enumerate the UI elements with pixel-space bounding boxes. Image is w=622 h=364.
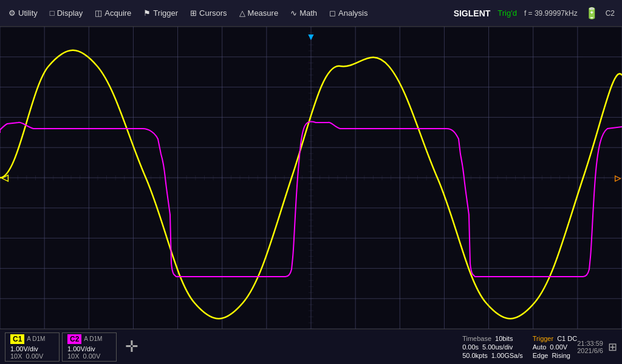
menu-display[interactable]: □ Display (44, 5, 89, 21)
menu-utility[interactable]: ⚙ Utility (2, 5, 44, 21)
trigger-mode: Auto (533, 343, 547, 351)
ch2-coupling: A D1M (84, 335, 102, 342)
ch2-offset: 0.00V (83, 352, 101, 360)
ch1-label: C1 (10, 334, 24, 344)
analysis-label: Analysis (338, 8, 367, 18)
menu-trigger[interactable]: ⚑ Trigger (137, 5, 184, 21)
menu-acquire[interactable]: ◫ Acquire (89, 5, 137, 21)
trigger-type: Edge (533, 352, 549, 359)
trigger-marker: ▼ (306, 32, 316, 42)
ch1-ground-marker: ◁ (1, 172, 9, 183)
right-status: Timebase 10bits 0.00s 5.00us/div 50.0kpt… (462, 335, 577, 359)
ch2-ground-marker: ▷ (615, 174, 621, 183)
menu-cursors[interactable]: ⊞ Cursors (184, 5, 233, 21)
cursors-label: Cursors (199, 8, 227, 18)
trigger-slope: Rising (552, 352, 570, 359)
menu-analysis[interactable]: ◻ Analysis (323, 5, 374, 21)
timebase-timediv: 5.00us/div (482, 343, 513, 351)
c2-channel-label: C2 (606, 9, 615, 18)
ch2-info-box[interactable]: C2 A D1M 1.00V/div 10X 0.00V (62, 332, 117, 362)
scope-screen: ◁ ▼ ▷ (0, 27, 622, 329)
datetime-display: 21:33:59 2021/6/6 (577, 340, 603, 354)
ch1-vdiv: 1.00V/div (10, 345, 38, 352)
menu-measure[interactable]: △ Measure (233, 5, 285, 21)
status-bar: C1 A D1M 1.00V/div 10X 0.00V C2 A D1M 1.… (0, 329, 622, 364)
trigger-icon: ⚑ (143, 8, 151, 18)
trigger-label: Trigger (153, 8, 178, 18)
measure-label: Measure (248, 8, 279, 18)
timebase-label: Timebase (462, 335, 491, 342)
display-label: Display (57, 8, 83, 18)
trigger-group: Trigger C1 DC Auto 0.00V Edge Rising (533, 335, 577, 359)
ch2-vdiv: 1.00V/div (67, 345, 95, 352)
ch2-label: C2 (67, 334, 81, 344)
trigger-header-label: Trigger (533, 335, 553, 342)
cursors-icon: ⊞ (190, 8, 197, 18)
date-display: 2021/6/6 (577, 347, 603, 354)
ch1-coupling: A D1M (27, 335, 45, 342)
waveform-svg (0, 27, 622, 329)
ch1-info-box[interactable]: C1 A D1M 1.00V/div 10X 0.00V (5, 332, 60, 362)
acquire-label: Acquire (104, 8, 131, 18)
timebase-bits: 10bits (495, 335, 513, 342)
measure-icon: △ (239, 8, 245, 18)
utility-icon: ⚙ (9, 8, 16, 18)
math-icon: ∿ (290, 8, 297, 18)
ch1-probe: 10X (10, 352, 22, 360)
menu-bar: ⚙ Utility □ Display ◫ Acquire ⚑ Trigger … (0, 0, 622, 27)
math-label: Math (299, 8, 317, 18)
siglent-info: SIGLENT Trig'd f = 39.99997kHz 🔋 C2 (454, 7, 620, 20)
utility-label: Utility (18, 8, 38, 18)
timebase-samplepts: 50.0kpts (462, 352, 488, 359)
display-icon: □ (50, 8, 55, 18)
timebase-offset: 0.00s (462, 343, 479, 351)
ch1-offset: 0.00V (26, 352, 44, 360)
timebase-group: Timebase 10bits 0.00s 5.00us/div 50.0kpt… (462, 335, 523, 359)
freq-display: f = 39.99997kHz (524, 9, 578, 18)
time-display: 21:33:59 (577, 340, 603, 347)
math-cross-icon: ✛ (125, 337, 138, 356)
acquire-icon: ◫ (95, 8, 102, 18)
analysis-icon: ◻ (329, 8, 336, 18)
ch2-probe: 10X (67, 352, 80, 360)
timebase-samplerate: 1.00GSa/s (491, 352, 523, 359)
trig-status: Trig'd (497, 8, 517, 18)
siglent-logo: SIGLENT (454, 8, 491, 18)
menu-math[interactable]: ∿ Math (284, 5, 323, 21)
trigger-source: C1 DC (557, 335, 577, 342)
trigger-level: 0.00V (550, 343, 567, 351)
grid-settings-icon[interactable]: ⊞ (608, 340, 617, 354)
battery-icon: 🔋 (585, 7, 598, 20)
